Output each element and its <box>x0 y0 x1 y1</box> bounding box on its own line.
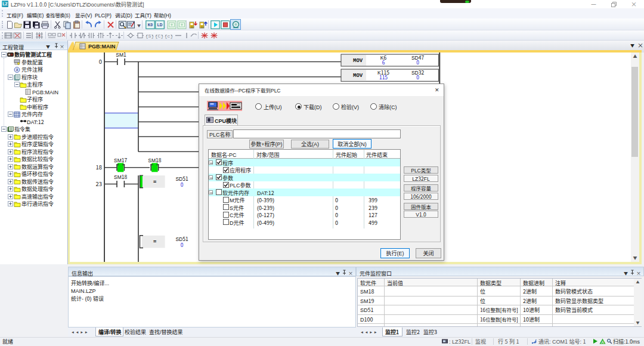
svg-text:0: 0 <box>416 73 419 81</box>
svg-text:{S}: {S} <box>145 33 154 39</box>
svg-text:6: 6 <box>382 58 385 66</box>
svg-text:0: 0 <box>416 58 419 66</box>
svg-text:{c}: {c} <box>165 33 173 39</box>
svg-text:115: 115 <box>379 73 388 81</box>
svg-text:SM17: SM17 <box>114 156 127 163</box>
svg-text:a: a <box>16 67 18 72</box>
svg-text:0: 0 <box>181 241 184 248</box>
svg-text:01: 01 <box>200 26 204 29</box>
svg-text:K0: K0 <box>148 23 153 27</box>
svg-text:SM18: SM18 <box>114 173 127 180</box>
svg-text:MOV: MOV <box>353 73 363 79</box>
svg-text:A: A <box>601 340 604 344</box>
svg-text:23: 23 <box>95 180 102 188</box>
svg-text:LD: LD <box>157 23 163 27</box>
svg-text:0: 0 <box>181 181 184 188</box>
svg-text:MOV: MOV <box>353 58 363 64</box>
svg-text:SM1: SM1 <box>116 52 126 58</box>
svg-text:=: = <box>153 178 156 186</box>
svg-text:18: 18 <box>95 163 102 171</box>
svg-text:=: = <box>153 237 156 245</box>
svg-text:{C}: {C} <box>155 33 163 39</box>
svg-text:SM18: SM18 <box>148 156 161 163</box>
svg-text:0: 0 <box>99 57 102 66</box>
svg-text:01: 01 <box>190 26 194 29</box>
